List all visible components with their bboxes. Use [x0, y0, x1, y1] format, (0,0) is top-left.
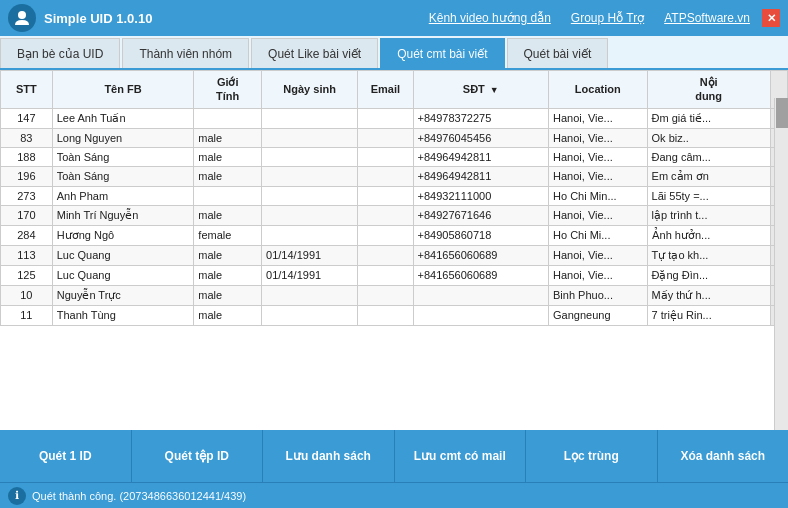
header-stt: STT	[1, 71, 53, 109]
cell-nd: Tự tạo kh...	[647, 245, 770, 265]
nav-video[interactable]: Kênh video hướng dẫn	[429, 11, 551, 25]
cell-gt: male	[194, 147, 262, 166]
cell-ns	[262, 108, 358, 128]
cell-ten: Anh Pham	[52, 186, 194, 205]
action-bar: Quét 1 ID Quét tệp ID Lưu danh sách Lưu …	[0, 430, 788, 482]
cell-stt: 10	[1, 285, 53, 305]
cell-nd: 7 triệu Rin...	[647, 305, 770, 325]
cell-stt: 188	[1, 147, 53, 166]
table-row[interactable]: 11Thanh TùngmaleGangneung7 triệu Rin...	[1, 305, 788, 325]
cell-ten: Long Nguyen	[52, 128, 194, 147]
nav-links: Kênh video hướng dẫn Group Hỗ Trợ ATPSof…	[429, 11, 750, 25]
cell-email	[358, 205, 413, 225]
cell-ten: Lee Anh Tuấn	[52, 108, 194, 128]
nav-group[interactable]: Group Hỗ Trợ	[571, 11, 644, 25]
cell-sdt: +841656060689	[413, 265, 548, 285]
cell-stt: 83	[1, 128, 53, 147]
header-location: Location	[549, 71, 648, 109]
cell-stt: 196	[1, 166, 53, 186]
cell-ns	[262, 225, 358, 245]
cell-ns	[262, 285, 358, 305]
cell-email	[358, 186, 413, 205]
main-content: STT Tên FB GiớiTính Ngày sinh Email SĐT …	[0, 70, 788, 430]
tab-quet-cmt[interactable]: Quét cmt bài viết	[380, 38, 504, 68]
cell-ten: Minh Trí Nguyễn	[52, 205, 194, 225]
cell-sdt: +84932111000	[413, 186, 548, 205]
svg-point-0	[18, 11, 26, 19]
cell-email	[358, 225, 413, 245]
cell-stt: 170	[1, 205, 53, 225]
header-gt: GiớiTính	[194, 71, 262, 109]
cell-email	[358, 128, 413, 147]
cell-sdt: +84905860718	[413, 225, 548, 245]
cell-sdt: +84978372275	[413, 108, 548, 128]
close-button[interactable]: ✕	[762, 9, 780, 27]
cell-ns	[262, 205, 358, 225]
cell-email	[358, 265, 413, 285]
btn-quettepid[interactable]: Quét tệp ID	[132, 430, 264, 482]
data-table: STT Tên FB GiớiTính Ngày sinh Email SĐT …	[0, 70, 788, 326]
tab-ban-be[interactable]: Bạn bè của UID	[0, 38, 120, 68]
cell-ten: Toàn Sáng	[52, 166, 194, 186]
table-row[interactable]: 170Minh Trí Nguyễnmale+84927671646Hanoi,…	[1, 205, 788, 225]
cell-ten: Luc Quang	[52, 265, 194, 285]
cell-loc: Binh Phuo...	[549, 285, 648, 305]
table-row[interactable]: 273Anh Pham+84932111000Ho Chi Min...Lãi …	[1, 186, 788, 205]
scrollbar-thumb[interactable]	[776, 98, 788, 128]
cell-email	[358, 305, 413, 325]
cell-ns	[262, 186, 358, 205]
btn-quet1id[interactable]: Quét 1 ID	[0, 430, 132, 482]
table-row[interactable]: 83Long Nguyenmale+84976045456Hanoi, Vie.…	[1, 128, 788, 147]
info-icon: ℹ	[8, 487, 26, 505]
table-row[interactable]: 188Toàn Sángmale+84964942811Hanoi, Vie..…	[1, 147, 788, 166]
cell-sdt: +84964942811	[413, 166, 548, 186]
cell-sdt: +84976045456	[413, 128, 548, 147]
tab-quet-like[interactable]: Quét Like bài viết	[251, 38, 378, 68]
cell-ten: Toàn Sáng	[52, 147, 194, 166]
tab-quet-bai[interactable]: Quét bài viết	[507, 38, 609, 68]
cell-sdt: +84964942811	[413, 147, 548, 166]
btn-luudanhsach[interactable]: Lưu danh sách	[263, 430, 395, 482]
cell-ten: Thanh Tùng	[52, 305, 194, 325]
table-row[interactable]: 125Luc Quangmale01/14/1991+841656060689H…	[1, 265, 788, 285]
table-row[interactable]: 196Toàn Sángmale+84964942811Hanoi, Vie..…	[1, 166, 788, 186]
cell-nd: Đặng Đìn...	[647, 265, 770, 285]
nav-website[interactable]: ATPSoftware.vn	[664, 11, 750, 25]
cell-ns	[262, 147, 358, 166]
cell-email	[358, 166, 413, 186]
cell-gt: male	[194, 305, 262, 325]
cell-gt: male	[194, 265, 262, 285]
btn-luucmtcomail[interactable]: Lưu cmt có mail	[395, 430, 527, 482]
cell-sdt: +841656060689	[413, 245, 548, 265]
cell-loc: Hanoi, Vie...	[549, 265, 648, 285]
cell-loc: Gangneung	[549, 305, 648, 325]
header-ns: Ngày sinh	[262, 71, 358, 109]
status-bar: ℹ Quét thành công. (2073486636012441/439…	[0, 482, 788, 508]
cell-loc: Hanoi, Vie...	[549, 108, 648, 128]
tab-thanh-vien[interactable]: Thành viên nhóm	[122, 38, 249, 68]
header-email: Email	[358, 71, 413, 109]
cell-email	[358, 147, 413, 166]
cell-nd: lập trình t...	[647, 205, 770, 225]
tab-bar: Bạn bè của UID Thành viên nhóm Quét Like…	[0, 36, 788, 70]
table-row[interactable]: 113Luc Quangmale01/14/1991+841656060689H…	[1, 245, 788, 265]
cell-email	[358, 285, 413, 305]
table-row[interactable]: 284Hương Ngôfemale+84905860718Ho Chi Mi.…	[1, 225, 788, 245]
cell-email	[358, 245, 413, 265]
table-row[interactable]: 147Lee Anh Tuấn+84978372275Hanoi, Vie...…	[1, 108, 788, 128]
cell-sdt: +84927671646	[413, 205, 548, 225]
btn-xoadanhsach[interactable]: Xóa danh sách	[658, 430, 789, 482]
cell-sdt	[413, 305, 548, 325]
cell-loc: Hanoi, Vie...	[549, 205, 648, 225]
cell-gt	[194, 108, 262, 128]
cell-stt: 113	[1, 245, 53, 265]
cell-ten: Luc Quang	[52, 245, 194, 265]
header-sdt[interactable]: SĐT ▼	[413, 71, 548, 109]
scrollbar-track[interactable]	[774, 98, 788, 430]
cell-loc: Hanoi, Vie...	[549, 128, 648, 147]
btn-loctrung[interactable]: Lọc trùng	[526, 430, 658, 482]
table-row[interactable]: 10Nguyễn TrựcmaleBinh Phuo...Mấy thứ h..…	[1, 285, 788, 305]
cell-loc: Hanoi, Vie...	[549, 166, 648, 186]
cell-stt: 147	[1, 108, 53, 128]
cell-stt: 125	[1, 265, 53, 285]
